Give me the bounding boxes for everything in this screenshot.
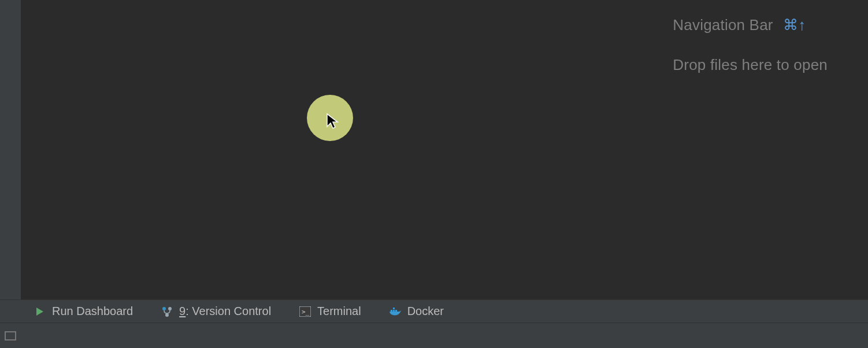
docker-icon xyxy=(389,305,402,318)
svg-point-1 xyxy=(168,307,172,310)
version-control-tool-button[interactable]: 9: Version Control xyxy=(161,305,271,318)
terminal-label: Terminal xyxy=(317,305,361,318)
navigation-bar-hint[interactable]: Navigation Bar ⌘↑ xyxy=(673,16,828,34)
docker-label: Docker xyxy=(407,305,444,318)
svg-rect-6 xyxy=(393,310,395,312)
terminal-tool-button[interactable]: >_ Terminal xyxy=(299,305,361,318)
docker-tool-button[interactable]: Docker xyxy=(389,305,444,318)
ide-window: Navigation Bar ⌘↑ Drop files here to ope… xyxy=(0,0,868,348)
left-tool-gutter[interactable] xyxy=(0,0,21,299)
status-bar xyxy=(0,323,868,348)
drop-files-hint: Drop files here to open xyxy=(673,56,828,74)
bottom-toolwindow-bar: Run Dashboard 9: Version Control >_ xyxy=(0,299,868,323)
run-dashboard-tool-button[interactable]: Run Dashboard xyxy=(34,305,133,318)
upper-region: Navigation Bar ⌘↑ Drop files here to ope… xyxy=(0,0,868,299)
svg-point-0 xyxy=(162,307,166,310)
svg-text:>_: >_ xyxy=(302,308,310,316)
cursor-arrow-icon xyxy=(326,113,339,130)
svg-rect-7 xyxy=(395,310,397,312)
svg-rect-5 xyxy=(391,310,392,312)
empty-editor-area[interactable]: Navigation Bar ⌘↑ Drop files here to ope… xyxy=(21,0,868,299)
click-highlight-indicator xyxy=(307,95,353,141)
run-dashboard-label: Run Dashboard xyxy=(52,305,133,318)
svg-rect-8 xyxy=(393,308,395,309)
navigation-bar-hint-text: Navigation Bar xyxy=(673,16,773,34)
svg-point-2 xyxy=(165,313,169,317)
editor-hints: Navigation Bar ⌘↑ Drop files here to ope… xyxy=(673,16,828,96)
branch-icon xyxy=(161,305,173,318)
status-rect-icon[interactable] xyxy=(5,331,16,340)
navigation-bar-shortcut: ⌘↑ xyxy=(783,16,806,34)
play-icon xyxy=(34,305,46,318)
terminal-icon: >_ xyxy=(299,305,311,318)
version-control-label: 9: Version Control xyxy=(179,305,271,318)
version-control-mnemonic: 9 xyxy=(179,305,186,317)
